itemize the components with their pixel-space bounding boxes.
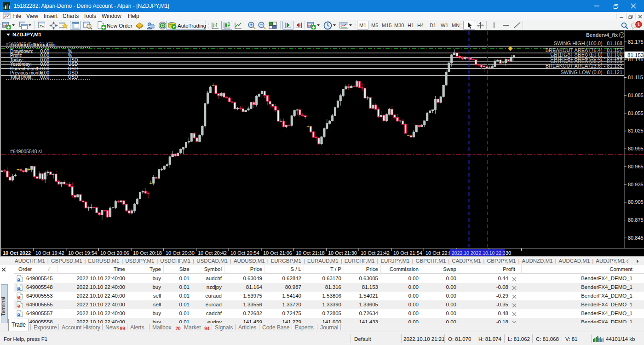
svg-text:0.00: 0.00 xyxy=(40,75,50,80)
svg-text:USD: USD xyxy=(68,75,78,80)
svg-text:SWING HIGH (100.0) - 81.168: SWING HIGH (100.0) - 81.168 xyxy=(554,40,622,46)
svg-text:SWING LOW (0.0) - 81.121: SWING LOW (0.0) - 81.121 xyxy=(561,69,622,75)
svg-text:1: 1 xyxy=(638,22,640,27)
svg-text:Total profit:: Total profit: xyxy=(10,75,33,80)
svg-text:80.905: 80.905 xyxy=(628,199,644,205)
svg-text:10 Oct 21:30: 10 Oct 21:30 xyxy=(328,250,357,256)
svg-text:10 Oct 19:54: 10 Oct 19:54 xyxy=(68,250,97,256)
svg-text:10 Oct 20:30: 10 Oct 20:30 xyxy=(166,250,195,256)
svg-text:Trading information: Trading information xyxy=(10,42,56,47)
svg-text:2022.10 2022.10.10 22:3: 2022.10 2022.10.10 22:3 xyxy=(452,250,506,256)
svg-text:10 Oct 20:18: 10 Oct 20:18 xyxy=(133,250,162,256)
svg-text:10 Oct 20:54: 10 Oct 20:54 xyxy=(230,250,259,256)
svg-text:81.115: 81.115 xyxy=(628,75,643,80)
svg-text:10 Oct 2022: 10 Oct 2022 xyxy=(3,250,31,256)
svg-text:81.175: 81.175 xyxy=(628,39,644,45)
svg-text:81.153: 81.153 xyxy=(627,52,644,58)
svg-text:80.995: 80.995 xyxy=(628,146,644,151)
svg-text:81.055: 81.055 xyxy=(628,110,644,116)
svg-text:Benderv4_fix: Benderv4_fix xyxy=(586,32,618,38)
svg-text:10 Oct 21:42: 10 Oct 21:42 xyxy=(361,250,390,256)
svg-text:80.845: 80.845 xyxy=(628,235,644,241)
svg-text:10 Oct 21:18: 10 Oct 21:18 xyxy=(296,250,325,256)
svg-text:10 Oct 20:42: 10 Oct 20:42 xyxy=(198,250,227,256)
svg-text:10 Oct 19:42: 10 Oct 19:42 xyxy=(35,250,64,256)
svg-text:81.085: 81.085 xyxy=(628,92,644,98)
svg-text:10 Oct 21:06: 10 Oct 21:06 xyxy=(263,250,292,256)
svg-text:30: 30 xyxy=(506,250,511,256)
svg-text:#649005548 sl: #649005548 sl xyxy=(10,149,42,154)
svg-text:80.965: 80.965 xyxy=(628,164,644,169)
svg-text:BREAKOUT AREA (23.6) - 81.132: BREAKOUT AREA (23.6) - 81.132 xyxy=(546,63,622,69)
svg-text:10 Oct 20:06: 10 Oct 20:06 xyxy=(100,250,129,256)
svg-text:80.935: 80.935 xyxy=(628,182,644,187)
svg-text:NZDJPY,M1: NZDJPY,M1 xyxy=(12,32,42,37)
svg-text:80.875: 80.875 xyxy=(628,217,644,223)
svg-text:81.025: 81.025 xyxy=(628,128,644,133)
svg-text:10 Oct 21:54: 10 Oct 21:54 xyxy=(393,250,422,256)
